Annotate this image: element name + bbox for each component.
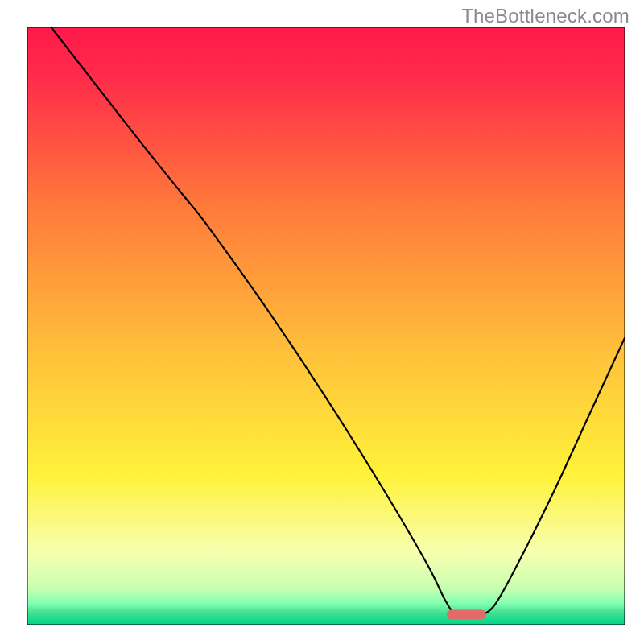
plot-background (27, 27, 625, 625)
watermark-text: TheBottleneck.com (461, 5, 630, 27)
chart-container: TheBottleneck.com (0, 0, 644, 644)
bottleneck-chart (0, 0, 644, 644)
